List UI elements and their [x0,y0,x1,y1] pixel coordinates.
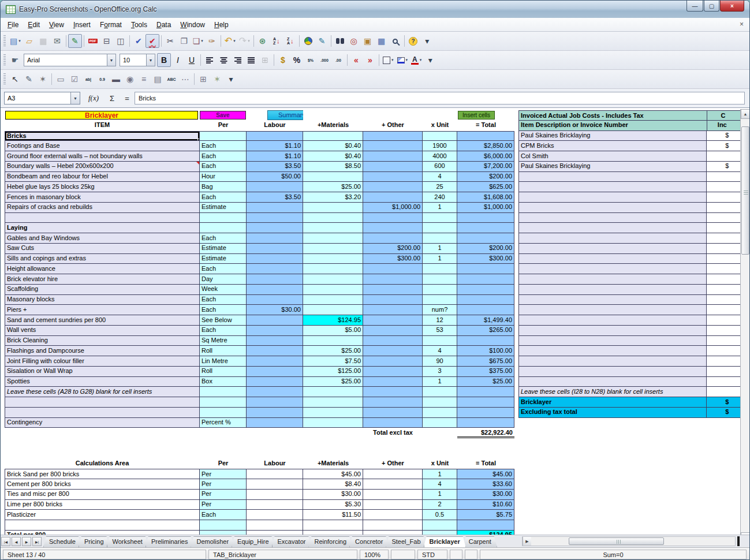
cell[interactable] [518,254,707,264]
cell[interactable] [5,428,200,438]
cell[interactable]: $100.00 [457,346,514,356]
cell[interactable] [707,151,741,162]
cell[interactable]: 1900 [423,141,457,151]
cell[interactable]: $200.00 [363,244,423,254]
background-color-button[interactable]: ▾ [395,53,410,67]
cell[interactable] [303,531,363,535]
help-button[interactable]: ? [406,34,420,48]
cell[interactable]: Lin Metre [200,356,247,367]
cell[interactable] [363,500,423,510]
cell[interactable] [518,336,707,346]
cell[interactable] [518,172,707,182]
cell[interactable]: Laying [5,223,200,233]
sort-ascending-button[interactable]: AZ↓ [270,34,283,48]
cell[interactable]: Wall vents [5,326,200,336]
cell[interactable]: $1,608.00 [457,192,514,203]
horizontal-scroll-thumb[interactable] [569,537,664,545]
cell[interactable]: $6,000.00 [457,151,514,162]
cell[interactable] [363,192,423,203]
cell[interactable] [457,408,514,418]
toolbar-more-button[interactable]: ▾ [420,34,434,48]
cell[interactable]: Per [200,479,247,490]
cell[interactable]: Bricklayer [5,110,200,121]
cell[interactable] [303,305,363,315]
cell[interactable] [303,387,363,397]
cell[interactable] [518,244,707,254]
cell[interactable] [707,356,741,367]
cell[interactable] [457,264,514,274]
combo-box-button[interactable]: ▤ [151,72,165,86]
toolbar-more-button[interactable]: ▾ [423,53,437,67]
function-wizard-icon[interactable]: f(x) [86,92,101,104]
cell[interactable]: $10.60 [457,500,514,510]
open-button[interactable]: ▱ [23,34,36,48]
tab-steel_fab[interactable]: Steel_Fab [386,536,426,547]
font-color-button[interactable]: A▾ [409,53,423,67]
cell[interactable] [363,387,423,397]
data-sources-button[interactable]: ▦ [375,34,389,48]
cell[interactable] [363,305,423,315]
cell[interactable] [707,295,741,305]
increase-indent-button[interactable]: » [363,53,377,67]
text-box-button[interactable]: ab| [81,72,95,86]
cell[interactable] [363,162,423,172]
cell[interactable] [247,367,303,377]
cell[interactable]: $30.00 [247,305,303,315]
cell[interactable] [423,520,457,531]
cell[interactable] [363,408,423,418]
draw-functions-button[interactable]: ✎ [315,34,329,48]
cell[interactable]: Height allowance [5,264,200,274]
underline-button[interactable]: U [185,53,199,67]
cell[interactable] [363,285,423,295]
cell[interactable] [200,531,247,535]
cell[interactable] [423,295,457,305]
cell[interactable]: Each [200,141,247,151]
cell[interactable] [423,264,457,274]
page-preview-button[interactable]: ◫ [114,34,128,48]
cell[interactable]: 53 [423,326,457,336]
tab-schedule[interactable]: Schedule [43,536,81,547]
cell[interactable] [247,223,303,233]
name-box[interactable]: A3 ▼ [4,92,80,104]
column-header[interactable]: Per [200,459,247,469]
cell[interactable]: $50.00 [247,172,303,182]
cell[interactable]: 1 [423,469,457,479]
cell[interactable]: $300.00 [457,254,514,264]
cell[interactable] [200,520,247,531]
formula-input[interactable]: Bricks [135,92,745,104]
cell[interactable] [423,428,457,438]
minimize-button[interactable]: — [686,1,703,12]
cell[interactable] [247,203,303,213]
menu-data[interactable]: Data [152,19,176,31]
close-document-icon[interactable]: × [740,20,744,28]
cell[interactable]: $3.50 [247,162,303,172]
cell[interactable] [247,418,303,428]
cell[interactable] [303,172,363,182]
cell[interactable]: Estimate [200,254,247,264]
cell[interactable]: $124.95 [457,531,514,535]
cell[interactable] [707,244,741,254]
tab-worksheet[interactable]: Worksheet [107,536,148,547]
cell[interactable]: Ties and misc per 800 [5,490,200,500]
tab-bricklayer[interactable]: Bricklayer [424,536,466,547]
cell[interactable]: 2 [423,500,457,510]
cell[interactable]: 3 [423,367,457,377]
cell[interactable]: Ground floor external walls – not bounda… [5,151,200,162]
cell[interactable] [363,295,423,305]
align-center-button[interactable] [217,53,230,67]
decrease-indent-button[interactable]: « [349,53,363,67]
cell[interactable]: See Below [200,315,247,326]
cell[interactable] [303,110,363,121]
cell[interactable] [247,469,303,479]
cell[interactable]: Repairs of cracks and rebuilds [5,203,200,213]
check-box-button[interactable]: ☑ [68,72,81,86]
cell[interactable]: Col Smith [518,151,707,162]
cell[interactable]: Paul Skaines Bricklaying [518,131,707,141]
cell[interactable]: $675.00 [457,356,514,367]
align-left-button[interactable] [203,53,217,67]
cell[interactable]: Estimate [200,244,247,254]
maximize-button[interactable]: ▢ [704,1,719,12]
edit-file-button[interactable]: ✎ [68,34,82,48]
cell[interactable]: Summary [247,110,303,121]
cell[interactable]: $7,200.00 [457,162,514,172]
